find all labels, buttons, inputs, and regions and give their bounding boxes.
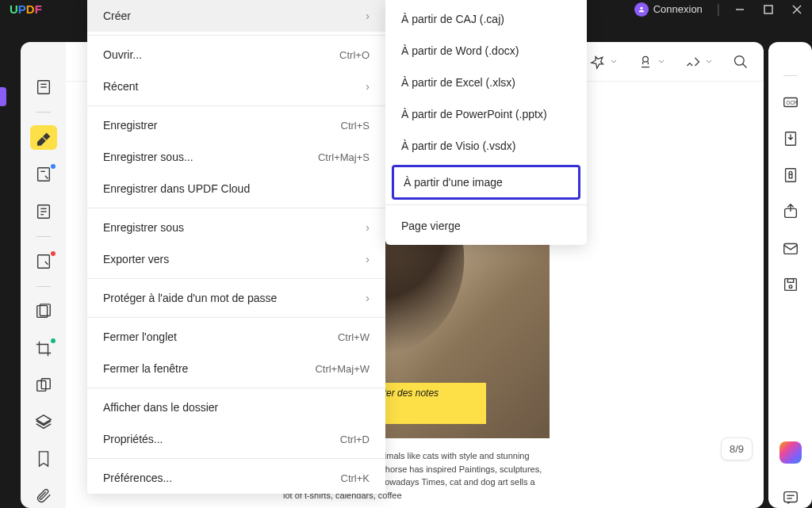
chevron-right-icon: › xyxy=(366,292,370,304)
menu-close-window[interactable]: Fermer la fenêtre Ctrl+Maj+W xyxy=(87,353,385,384)
page-indicator[interactable]: 8/9 xyxy=(721,437,753,460)
menu-export[interactable]: Exporter vers › xyxy=(87,243,385,275)
shortcut: Ctrl+W xyxy=(338,331,370,343)
menu-label: Enregistrer sous... xyxy=(103,151,193,163)
shortcut: Ctrl+O xyxy=(339,49,370,61)
chevron-right-icon: › xyxy=(366,221,370,234)
submenu-label: À partir d'une image xyxy=(404,176,503,189)
menu-label: Propriétés... xyxy=(103,433,163,445)
submenu-image[interactable]: À partir d'une image xyxy=(392,165,580,200)
svg-rect-13 xyxy=(37,255,49,269)
menu-label: Exporter vers xyxy=(103,253,169,265)
submenu-label: À partir de Visio (.vsdx) xyxy=(401,139,515,152)
submenu-excel[interactable]: À partir de Excel (.xlsx) xyxy=(385,67,587,98)
submenu-caj[interactable]: À partir de CAJ (.caj) xyxy=(385,3,587,35)
separator: | xyxy=(717,2,720,17)
menu-show-folder[interactable]: Afficher dans le dossier xyxy=(87,392,385,423)
menu-open[interactable]: Ouvrir... Ctrl+O xyxy=(87,39,385,71)
submenu-powerpoint[interactable]: À partir de PowerPoint (.pptx) xyxy=(385,98,587,130)
menu-save-cloud[interactable]: Enregistrer dans UPDF Cloud xyxy=(87,173,385,204)
svg-point-19 xyxy=(735,55,745,65)
organize-tool[interactable] xyxy=(30,300,57,323)
comment-tool[interactable] xyxy=(30,125,57,149)
menu-protect[interactable]: Protéger à l'aide d'un mot de passe › xyxy=(87,282,385,314)
menu-close-tab[interactable]: Fermer l'onglet Ctrl+W xyxy=(87,321,385,353)
chevron-right-icon: › xyxy=(366,10,370,22)
left-toolbar xyxy=(21,42,66,508)
submenu-label: À partir de Word (.docx) xyxy=(401,44,519,57)
menu-properties[interactable]: Propriétés... Ctrl+D xyxy=(87,423,385,455)
close-button[interactable] xyxy=(791,4,802,15)
share-tool[interactable] xyxy=(780,201,801,222)
svg-text:OCR: OCR xyxy=(786,100,798,105)
svg-rect-24 xyxy=(785,169,795,182)
pin-tool[interactable] xyxy=(589,53,618,71)
svg-rect-1 xyxy=(764,6,772,13)
menu-create[interactable]: Créer › xyxy=(87,0,385,32)
app-logo: UPDF xyxy=(10,2,42,16)
signature-tool[interactable] xyxy=(684,53,713,71)
user-icon xyxy=(634,2,649,17)
maximize-button[interactable] xyxy=(763,4,774,15)
shortcut: Ctrl+D xyxy=(340,434,370,445)
menu-label: Créer xyxy=(103,10,131,22)
menu-label: Fermer l'onglet xyxy=(103,330,177,343)
submenu-visio[interactable]: À partir de Visio (.vsdx) xyxy=(385,130,587,162)
submenu-word[interactable]: À partir de Word (.docx) xyxy=(385,35,587,67)
compress-tool[interactable] xyxy=(780,128,801,149)
submenu-blank[interactable]: Page vierge xyxy=(385,210,587,242)
stamp-tool[interactable] xyxy=(637,53,665,71)
email-tool[interactable] xyxy=(780,238,801,258)
svg-rect-29 xyxy=(787,279,793,283)
submenu-label: À partir de CAJ (.caj) xyxy=(401,13,504,25)
attachment-tool[interactable] xyxy=(30,484,57,508)
svg-line-20 xyxy=(743,63,747,67)
crop-tool[interactable] xyxy=(30,337,57,361)
layers-tool[interactable] xyxy=(30,411,57,434)
menu-label: Enregistrer dans UPDF Cloud xyxy=(103,182,250,195)
menu-save-as[interactable]: Enregistrer sous... Ctrl+Maj+S xyxy=(87,141,385,173)
connexion-label: Connexion xyxy=(653,3,703,15)
bookmark-tool[interactable] xyxy=(30,447,57,471)
submenu-label: À partir de PowerPoint (.pptx) xyxy=(401,108,547,120)
shortcut: Ctrl+Maj+S xyxy=(318,151,370,163)
shortcut: Ctrl+K xyxy=(341,472,370,484)
chevron-right-icon: › xyxy=(366,253,370,265)
save-tool[interactable] xyxy=(780,274,801,295)
minimize-button[interactable] xyxy=(734,4,745,15)
tab-indicator xyxy=(0,87,6,106)
menu-label: Enregistrer sous xyxy=(103,221,184,234)
submenu-label: À partir de Excel (.xlsx) xyxy=(401,76,515,89)
menu-label: Récent xyxy=(103,80,138,93)
page-tool[interactable] xyxy=(30,199,57,223)
submenu-label: Page vierge xyxy=(401,220,461,232)
search-icon[interactable] xyxy=(732,53,749,71)
menu-label: Enregistrer xyxy=(103,119,157,132)
right-toolbar: OCR xyxy=(768,42,812,508)
form-tool[interactable] xyxy=(30,250,57,273)
menu-label: Protéger à l'aide d'un mot de passe xyxy=(103,292,277,304)
menu-label: Afficher dans le dossier xyxy=(103,401,218,414)
file-menu: Créer › Ouvrir... Ctrl+O Récent › Enregi… xyxy=(87,0,385,494)
menu-preferences[interactable]: Préférences... Ctrl+K xyxy=(87,462,385,494)
ai-assistant[interactable] xyxy=(779,441,802,464)
protect-tool[interactable] xyxy=(780,165,801,185)
combine-tool[interactable] xyxy=(30,373,57,397)
chat-tool[interactable] xyxy=(780,487,801,508)
connexion-button[interactable]: Connexion xyxy=(634,2,703,17)
svg-rect-25 xyxy=(789,174,792,178)
svg-rect-31 xyxy=(783,492,797,502)
edit-tool[interactable] xyxy=(30,162,57,186)
svg-rect-27 xyxy=(783,244,797,254)
menu-label: Préférences... xyxy=(103,472,172,484)
menu-label: Fermer la fenêtre xyxy=(103,362,188,375)
menu-save-as-2[interactable]: Enregistrer sous › xyxy=(87,212,385,243)
shortcut: Ctrl+S xyxy=(341,120,370,132)
ocr-tool[interactable]: OCR xyxy=(780,92,801,113)
menu-save[interactable]: Enregistrer Ctrl+S xyxy=(87,109,385,141)
menu-recent[interactable]: Récent › xyxy=(87,71,385,102)
shortcut: Ctrl+Maj+W xyxy=(315,363,370,375)
create-submenu: À partir de CAJ (.caj) À partir de Word … xyxy=(385,0,587,245)
reader-tool[interactable] xyxy=(30,75,57,99)
chevron-right-icon: › xyxy=(366,80,370,93)
